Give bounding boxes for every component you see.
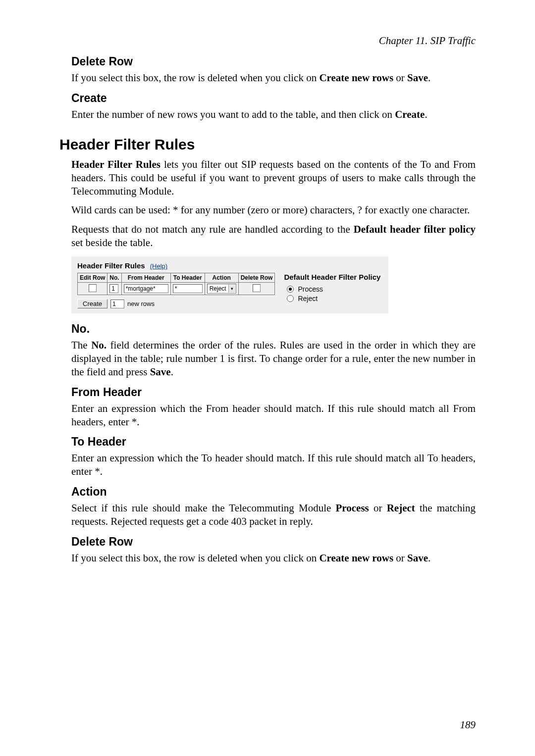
text: Select if this rule should make the Tele… — [71, 502, 336, 514]
text-bold: Default header filter policy — [354, 223, 476, 235]
new-rows-label: new rows — [127, 300, 155, 307]
heading-header-filter-rules: Header Filter Rules — [59, 136, 476, 153]
text: The — [71, 339, 91, 351]
new-rows-count-field[interactable] — [110, 300, 124, 308]
to-header-field[interactable] — [173, 284, 203, 293]
radio-selected-icon — [287, 286, 294, 293]
para-no: The No. field determines the order of th… — [71, 339, 476, 379]
table-row: Reject ▾ — [78, 283, 275, 295]
para-action: Select if this rule should make the Tele… — [71, 502, 476, 528]
figure-table-and-create: Edit Row No. From Header To Header Actio… — [77, 273, 275, 308]
action-select[interactable]: Reject ▾ — [207, 284, 236, 294]
page-number: 189 — [460, 719, 476, 731]
text: Enter the number of new rows you want to… — [71, 108, 395, 120]
heading-delete-row-2: Delete Row — [71, 535, 476, 549]
policy-process-option[interactable]: Process — [287, 285, 382, 293]
table-header-row: Edit Row No. From Header To Header Actio… — [78, 273, 275, 283]
heading-delete-row: Delete Row — [71, 55, 476, 68]
text-bold: Process — [336, 502, 369, 514]
text: . — [171, 366, 173, 378]
default-policy-group: Default Header Filter Policy Process Rej… — [284, 273, 382, 304]
text-bold: Create new rows — [319, 72, 393, 84]
heading-action: Action — [71, 485, 476, 499]
text: field determines the order of the rules.… — [71, 339, 476, 378]
text-bold: Save — [407, 72, 428, 84]
para-from-header: Enter an expression which the From heade… — [71, 402, 476, 429]
col-from-header: From Header — [121, 273, 170, 283]
text: If you select this box, the row is delet… — [71, 72, 319, 84]
help-link[interactable]: (Help) — [150, 262, 167, 270]
chevron-down-icon: ▾ — [228, 285, 236, 293]
from-header-field[interactable] — [124, 284, 168, 293]
default-policy-title: Default Header Filter Policy — [284, 273, 382, 281]
heading-from-header: From Header — [71, 386, 476, 399]
text-bold: Save — [407, 552, 428, 564]
no-field[interactable] — [109, 284, 118, 293]
text: . — [425, 108, 427, 120]
radio-icon — [287, 295, 294, 302]
text: or — [369, 502, 387, 514]
heading-create: Create — [71, 92, 476, 105]
para-delete-row-2: If you select this box, the row is delet… — [71, 552, 476, 565]
create-button[interactable]: Create — [77, 299, 107, 308]
policy-reject-label: Reject — [298, 295, 318, 302]
heading-to-header: To Header — [71, 435, 476, 449]
text-bold: Save — [150, 366, 171, 378]
text: or — [393, 552, 407, 564]
col-action: Action — [205, 273, 238, 283]
header-filter-table: Edit Row No. From Header To Header Actio… — [77, 273, 275, 295]
col-no: No. — [107, 273, 121, 283]
action-select-value: Reject — [210, 285, 226, 292]
para-hfr-1: Header Filter Rules lets you filter out … — [71, 158, 476, 198]
text: or — [393, 72, 407, 84]
text-bold: Reject — [387, 502, 415, 514]
text: set beside the table. — [71, 237, 153, 249]
col-delete-row: Delete Row — [238, 273, 275, 283]
text-bold: Header Filter Rules — [71, 158, 160, 170]
edit-row-checkbox[interactable] — [89, 284, 97, 292]
figure-title: Header Filter Rules — [77, 261, 145, 270]
figure-header-filter-rules: Header Filter Rules (Help) Edit Row No. … — [71, 256, 388, 313]
policy-reject-option[interactable]: Reject — [287, 295, 382, 302]
text: . — [428, 552, 430, 564]
text: If you select this box, the row is delet… — [71, 552, 319, 564]
col-edit-row: Edit Row — [78, 273, 107, 283]
para-delete-row: If you select this box, the row is delet… — [71, 71, 476, 85]
para-create: Enter the number of new rows you want to… — [71, 108, 476, 121]
policy-process-label: Process — [298, 285, 323, 293]
para-hfr-3: Requests that do not match any rule are … — [71, 223, 476, 250]
heading-no: No. — [71, 322, 476, 336]
col-to-header: To Header — [170, 273, 205, 283]
para-to-header: Enter an expression which the To header … — [71, 452, 476, 478]
text-bold: Create new rows — [319, 552, 393, 564]
chapter-header: Chapter 11. SIP Traffic — [59, 35, 476, 47]
text-bold: Create — [395, 108, 425, 120]
text: . — [428, 72, 430, 84]
text-bold: No. — [91, 339, 107, 351]
para-hfr-2: Wild cards can be used: * for any number… — [71, 203, 476, 217]
delete-row-checkbox[interactable] — [253, 284, 261, 292]
text: Requests that do not match any rule are … — [71, 223, 354, 235]
